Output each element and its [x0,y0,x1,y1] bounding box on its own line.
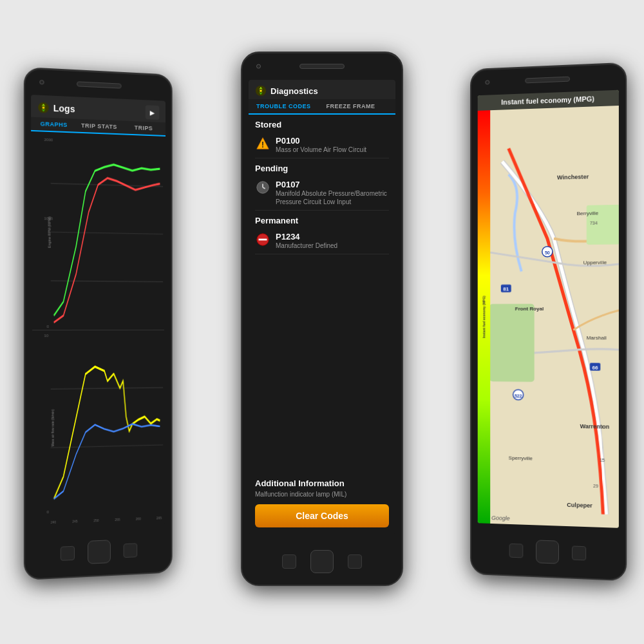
logs-title: Logs [53,103,75,115]
warning-icon: ! [255,136,270,151]
svg-text:!: ! [261,140,264,149]
map-svg: 81 66 50 522 Winchester Berryville Front… [490,106,619,528]
tab-trouble-codes[interactable]: TROUBLE CODES [249,99,319,115]
section-stored: Stored [255,115,389,132]
svg-text:Berryville: Berryville [576,211,598,217]
home-button-right[interactable] [536,540,559,564]
speaker-right [525,77,570,84]
svg-line-8 [51,444,163,447]
section-permanent: Permanent [255,211,389,228]
phone-center-bottom-bar [242,534,402,589]
nav-button-right-menu[interactable] [572,545,586,560]
diag-header: Diagnostics [249,80,395,99]
code-number-p0107: P0107 [276,180,389,189]
code-row-p0107: P0107 Manifold Absolute Pressure/Baromet… [255,176,389,211]
svg-text:Front Royal: Front Royal [515,306,544,312]
code-desc-p1234: Manufacturer Defined [276,242,389,250]
screen-logs: Logs GRAPHS TRIP STATS TRIPS Engine RPM … [31,95,166,529]
logs-app-icon [37,102,49,114]
additional-info-section: Additional Information Malfunction indic… [249,472,395,500]
svg-text:Sperryville: Sperryville [509,455,533,461]
code-info-p0107: P0107 Manifold Absolute Pressure/Baromet… [276,180,389,206]
phone-diagnostics: Diagnostics TROUBLE CODES FREEZE FRAME S… [241,52,403,586]
speaker-left [77,81,122,88]
additional-info-title: Additional Information [255,478,389,491]
svg-text:Culpeper: Culpeper [567,501,592,508]
maf-label-10: 10 [44,334,49,337]
nav-button-center-menu[interactable] [348,554,362,569]
code-number-p0100: P0100 [276,136,389,146]
phone-right-bottom-bar [471,523,625,582]
svg-text:66: 66 [592,365,599,370]
diag-app-icon [255,85,267,97]
svg-text:81: 81 [503,287,509,292]
logs-chart-area: Engine RPM (RPM) 2000 1000 0 [31,131,166,529]
diag-body: Stored ! P0100 Mass or Volume Air Flow C… [249,115,395,472]
home-button-center[interactable] [310,550,334,573]
x-label-245: 245 [72,519,77,523]
svg-text:Upperville: Upperville [583,260,607,266]
code-row-p1234: P1234 Manufacturer Defined [255,228,389,254]
code-row-p0100: ! P0100 Mass or Volume Air Flow Circuit [255,132,389,158]
speaker-center [299,64,345,69]
maf-chart [51,330,163,506]
clock-icon [255,180,270,195]
x-label-255: 255 [115,518,120,522]
map-title: Instant fuel economy (MPG) [483,94,614,107]
rpm-chart [51,135,163,329]
x-label-265: 265 [156,516,162,520]
maf-label-0: 0 [47,510,49,514]
google-logo: Google [491,515,509,522]
svg-text:29: 29 [593,484,598,488]
nav-button-left-back[interactable] [61,546,75,561]
tab-trips[interactable]: TRIPS [122,120,166,135]
nav-button-center-back[interactable] [282,554,296,569]
rpm-label-0: 0 [47,325,49,328]
x-label-260: 260 [136,516,141,520]
x-label-250: 250 [93,518,99,522]
svg-text:Warrenton: Warrenton [580,423,610,430]
home-button-left[interactable] [88,540,111,564]
play-button[interactable] [146,105,159,120]
screen-map: Instant fuel economy (MPG) Instant fuel … [478,90,619,528]
svg-rect-21 [490,304,535,382]
fuel-bar-label: Instant fuel economy (MPG) [482,296,486,337]
code-info-p0100: P0100 Mass or Volume Air Flow Circuit [276,136,389,154]
nav-button-left-menu[interactable] [124,543,138,558]
tab-freeze-frame[interactable]: FREEZE FRAME [319,99,383,113]
svg-text:15: 15 [600,458,605,462]
nav-button-right-back[interactable] [509,544,524,558]
code-number-p1234: P1234 [276,232,389,242]
svg-point-12 [260,90,262,92]
svg-line-5 [51,232,163,234]
svg-text:50: 50 [545,251,550,255]
code-desc-p0100: Mass or Volume Air Flow Circuit [276,146,389,154]
prohibited-icon [255,232,270,247]
camera-dot-center [256,64,261,69]
scene: Logs GRAPHS TRIP STATS TRIPS Engine RPM … [6,13,638,631]
diag-title: Diagnostics [270,86,318,96]
camera-dot-right [485,80,489,84]
phone-logs: Logs GRAPHS TRIP STATS TRIPS Engine RPM … [24,67,173,580]
fuel-economy-bar: Instant fuel economy (MPG) [478,110,490,524]
map-content: Instant fuel economy (MPG) [478,106,619,528]
additional-info-desc: Malfunction indicator lamp (MIL) [255,491,389,498]
tab-graphs[interactable]: GRAPHS [31,117,77,133]
screen-diagnostics: Diagnostics TROUBLE CODES FREEZE FRAME S… [249,80,395,534]
camera-dot-left [39,80,44,84]
svg-line-7 [51,387,163,388]
clear-codes-button[interactable]: Clear Codes [255,504,389,527]
code-info-p1234: P1234 Manufacturer Defined [276,232,389,250]
diag-tabs: TROUBLE CODES FREEZE FRAME [249,99,395,115]
phone-map: Instant fuel economy (MPG) Instant fuel … [470,62,627,582]
svg-text:Marshall: Marshall [587,336,607,341]
svg-text:522: 522 [515,393,522,398]
section-pending: Pending [255,158,389,176]
code-desc-p0107: Manifold Absolute Pressure/Barometric Pr… [276,189,389,206]
tab-trip-stats[interactable]: TRIP STATS [77,119,122,134]
phone-center-top-bar [242,53,402,80]
phone-left-bottom-bar [25,523,171,582]
svg-text:Winchester: Winchester [557,174,589,181]
svg-text:734: 734 [590,221,598,225]
x-label-240: 240 [51,520,56,524]
